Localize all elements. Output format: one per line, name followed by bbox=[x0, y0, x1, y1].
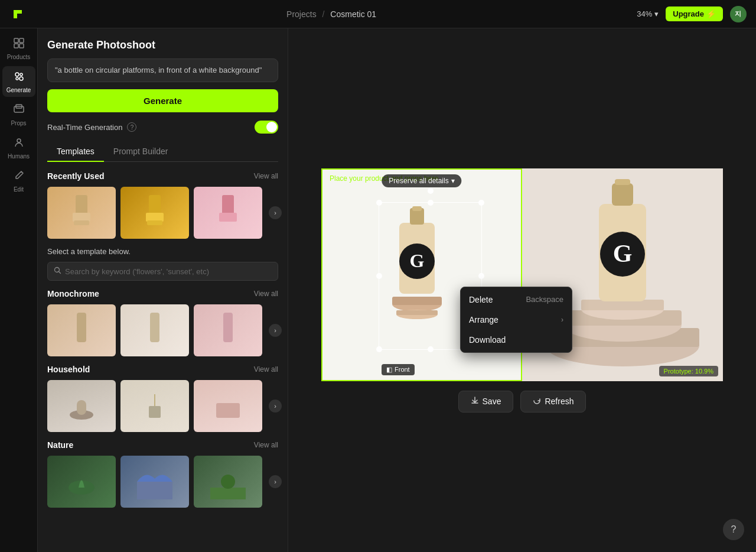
arrange-arrow-icon: › bbox=[561, 316, 563, 324]
monochrome-row: › bbox=[47, 304, 278, 356]
svg-rect-14 bbox=[149, 195, 161, 216]
generate-button[interactable]: Generate bbox=[47, 89, 278, 112]
avatar[interactable]: 지 bbox=[730, 6, 747, 22]
context-download[interactable]: Download bbox=[461, 330, 572, 350]
edit-icon bbox=[13, 170, 25, 184]
household-next-arrow[interactable]: › bbox=[269, 400, 282, 413]
upgrade-icon: ⚡ bbox=[706, 9, 716, 18]
handle-ml[interactable] bbox=[376, 273, 382, 279]
refresh-icon bbox=[533, 397, 541, 407]
save-icon bbox=[471, 397, 479, 407]
svg-rect-3 bbox=[19, 44, 24, 48]
nature-next-arrow[interactable]: › bbox=[269, 475, 282, 488]
template-search-box[interactable] bbox=[47, 262, 278, 281]
svg-rect-21 bbox=[150, 313, 159, 342]
help-button[interactable]: ? bbox=[723, 519, 744, 540]
handle-mr[interactable] bbox=[478, 273, 484, 279]
handle-bm[interactable] bbox=[428, 346, 434, 352]
household-row: › bbox=[47, 380, 278, 432]
nature-thumb-2[interactable] bbox=[120, 456, 189, 508]
breadcrumb: Projects / Cosmetic 01 bbox=[286, 9, 376, 19]
handle-tl[interactable] bbox=[376, 200, 382, 206]
handle-tm[interactable] bbox=[428, 200, 434, 206]
edit-label: Edit bbox=[14, 186, 24, 193]
tab-bar: Templates Prompt Builder bbox=[47, 142, 278, 162]
sidebar-item-humans[interactable]: Humans bbox=[2, 132, 35, 163]
front-badge[interactable]: ◧ Front bbox=[382, 364, 415, 375]
svg-rect-49 bbox=[612, 183, 633, 206]
context-arrange[interactable]: Arrange › bbox=[461, 310, 572, 330]
svg-rect-0 bbox=[14, 38, 18, 43]
recently-used-row: › bbox=[47, 187, 278, 239]
household-title: Household bbox=[47, 365, 90, 374]
context-delete[interactable]: Delete Backspace bbox=[461, 290, 572, 310]
rotate-handle[interactable] bbox=[428, 188, 434, 194]
svg-rect-50 bbox=[615, 179, 630, 185]
svg-rect-11 bbox=[76, 195, 87, 216]
monochrome-view-all[interactable]: View all bbox=[254, 290, 278, 298]
search-icon bbox=[54, 267, 61, 276]
household-thumb-2[interactable] bbox=[120, 380, 189, 432]
svg-point-10 bbox=[17, 139, 21, 142]
recent-thumb-1[interactable] bbox=[47, 187, 116, 239]
products-label: Products bbox=[7, 54, 30, 60]
handle-bl[interactable] bbox=[376, 346, 382, 352]
nature-thumb-1[interactable] bbox=[47, 456, 116, 508]
svg-point-4 bbox=[15, 73, 19, 76]
canvas-edit-panel[interactable]: Place your product and props here Preser… bbox=[321, 168, 522, 381]
recent-thumb-3[interactable] bbox=[194, 187, 262, 239]
tab-templates[interactable]: Templates bbox=[47, 142, 104, 162]
svg-point-5 bbox=[20, 73, 22, 76]
tab-prompt-builder[interactable]: Prompt Builder bbox=[104, 142, 178, 162]
svg-rect-18 bbox=[219, 213, 237, 222]
nature-thumb-3[interactable] bbox=[194, 456, 262, 508]
monochrome-thumb-1[interactable] bbox=[47, 304, 116, 356]
household-thumb-1[interactable] bbox=[47, 380, 116, 432]
svg-rect-29 bbox=[137, 482, 172, 499]
recent-thumb-2[interactable] bbox=[120, 187, 189, 239]
recently-used-next-arrow[interactable]: › bbox=[269, 206, 282, 219]
svg-rect-15 bbox=[146, 213, 164, 222]
save-button[interactable]: Save bbox=[458, 391, 514, 413]
sidebar-item-edit[interactable]: Edit bbox=[2, 165, 35, 196]
household-header: Household View all bbox=[47, 365, 278, 374]
recently-used-header: Recently Used View all bbox=[47, 171, 278, 181]
sidebar-item-generate[interactable]: Generate bbox=[2, 66, 35, 97]
svg-rect-25 bbox=[149, 406, 161, 418]
recently-used-title: Recently Used bbox=[47, 171, 104, 181]
props-icon bbox=[13, 103, 25, 118]
nature-row: › bbox=[47, 456, 278, 508]
search-input[interactable] bbox=[65, 267, 272, 276]
monochrome-next-arrow[interactable]: › bbox=[269, 324, 282, 337]
app-logo[interactable] bbox=[9, 6, 26, 22]
svg-rect-30 bbox=[210, 488, 246, 499]
zoom-selector[interactable]: 34% ▾ bbox=[637, 9, 659, 18]
household-view-all[interactable]: View all bbox=[254, 365, 278, 374]
realtime-toggle[interactable] bbox=[255, 121, 278, 134]
realtime-label: Real-Time Generation bbox=[47, 123, 122, 132]
refresh-button[interactable]: Refresh bbox=[520, 391, 586, 413]
svg-point-31 bbox=[221, 475, 235, 489]
sidebar-item-props[interactable]: Props bbox=[2, 99, 35, 130]
monochrome-thumb-2[interactable] bbox=[120, 304, 189, 356]
svg-rect-1 bbox=[19, 38, 24, 43]
nature-view-all[interactable]: View all bbox=[254, 441, 278, 449]
prompt-display[interactable]: "a bottle on circular platforms, in fron… bbox=[47, 59, 278, 82]
sidebar-item-products[interactable]: Products bbox=[2, 33, 35, 64]
sidepanel-scroll[interactable]: Recently Used View all bbox=[38, 169, 288, 552]
realtime-row: Real-Time Generation ? bbox=[47, 121, 278, 134]
upgrade-button[interactable]: Upgrade ⚡ bbox=[666, 7, 723, 21]
props-label: Props bbox=[11, 120, 26, 126]
household-thumb-3[interactable] bbox=[194, 380, 262, 432]
context-menu: Delete Backspace Arrange › Download bbox=[460, 287, 572, 353]
realtime-help-icon[interactable]: ? bbox=[127, 122, 136, 132]
handle-tr[interactable] bbox=[478, 200, 484, 206]
svg-rect-17 bbox=[222, 195, 234, 216]
preserve-details-bar[interactable]: Preserve all details ▾ bbox=[382, 174, 461, 187]
monochrome-thumb-3[interactable] bbox=[194, 304, 262, 356]
products-icon bbox=[13, 37, 25, 52]
panel-title: Generate Photoshoot bbox=[38, 28, 288, 59]
nature-title: Nature bbox=[47, 440, 73, 450]
recently-used-view-all[interactable]: View all bbox=[254, 172, 278, 180]
layers-icon: ◧ bbox=[386, 366, 392, 374]
